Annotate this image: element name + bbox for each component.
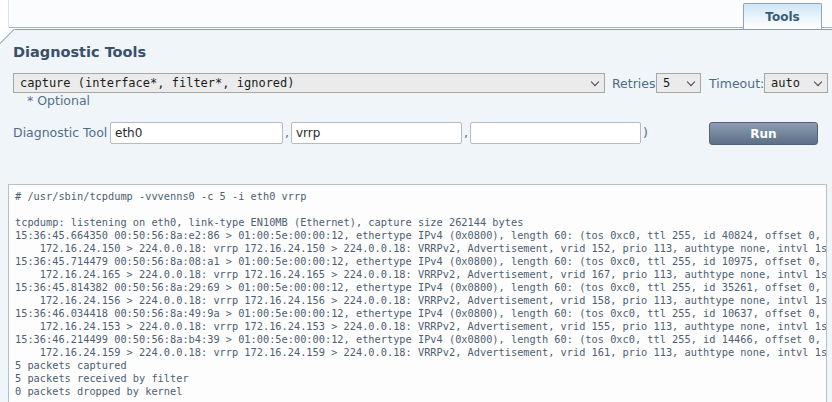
console-line: 15:36:45.814382 00:50:56:8a:29:69 > 01:0… (15, 281, 826, 294)
console-line: 15:36:46.034418 00:50:56:8a:49:9a > 01:0… (15, 307, 826, 320)
console-line: 0 packets dropped by kernel (15, 385, 826, 398)
retries-label: Retries: (612, 76, 660, 91)
filter-input[interactable] (291, 122, 462, 144)
argument-separator: , (285, 125, 289, 140)
timeout-label: Timeout: (709, 76, 764, 91)
argument-separator: , (464, 125, 468, 140)
console-line: 15:36:45.714479 00:50:56:8a:08:a1 > 01:0… (15, 255, 826, 268)
top-bar (0, 0, 832, 28)
run-button[interactable]: Run (709, 122, 818, 145)
chevron-down-icon (591, 77, 599, 85)
console-output: # /usr/sbin/tcpdump -vvvenns0 -c 5 -i et… (8, 184, 827, 402)
chevron-down-icon (814, 77, 822, 85)
diagnostic-tool-select-value: capture (interface*, filter*, ignored) (20, 76, 295, 90)
timeout-select[interactable]: auto (764, 73, 828, 93)
diagnostic-tool-label: Diagnostic Tool ( (13, 125, 116, 140)
retries-select-value: 5 (663, 76, 670, 90)
console-line: 172.16.24.153 > 224.0.0.18: vrrp 172.16.… (15, 320, 826, 333)
console-line: tcpdump: listening on eth0, link-type EN… (15, 216, 826, 229)
tab-tools[interactable]: Tools (743, 3, 822, 29)
console-line: # /usr/sbin/tcpdump -vvvenns0 -c 5 -i et… (15, 190, 826, 203)
optional-note: * Optional (27, 93, 90, 108)
console-line: 172.16.24.165 > 224.0.0.18: vrrp 172.16.… (15, 268, 826, 281)
console-line: 15:36:45.664350 00:50:56:8a:e2:86 > 01:0… (15, 229, 826, 242)
diagnostic-tool-select[interactable]: capture (interface*, filter*, ignored) (13, 73, 605, 93)
timeout-select-value: auto (771, 76, 800, 90)
console-line: 5 packets captured (15, 359, 826, 372)
page-title: Diagnostic Tools (13, 44, 146, 60)
chevron-down-icon (687, 77, 695, 85)
interface-input[interactable] (110, 122, 283, 144)
console-line: 172.16.24.156 > 224.0.0.18: vrrp 172.16.… (15, 294, 826, 307)
console-line: 5 packets received by filter (15, 372, 826, 385)
console-line: 172.16.24.159 > 224.0.0.18: vrrp 172.16.… (15, 346, 826, 359)
console-line: 15:36:46.214499 00:50:56:8a:b4:39 > 01:0… (15, 333, 826, 346)
retries-select[interactable]: 5 (656, 73, 701, 93)
ignored-input[interactable] (470, 122, 641, 144)
close-paren-label: ) (643, 125, 648, 140)
tab-tools-label: Tools (765, 10, 799, 24)
console-line: 172.16.24.150 > 224.0.0.18: vrrp 172.16.… (15, 242, 826, 255)
diagnostic-tools-panel: Diagnostic Tools capture (interface*, fi… (0, 29, 832, 402)
console-line (15, 203, 826, 216)
top-bar-left-edge (0, 0, 9, 28)
